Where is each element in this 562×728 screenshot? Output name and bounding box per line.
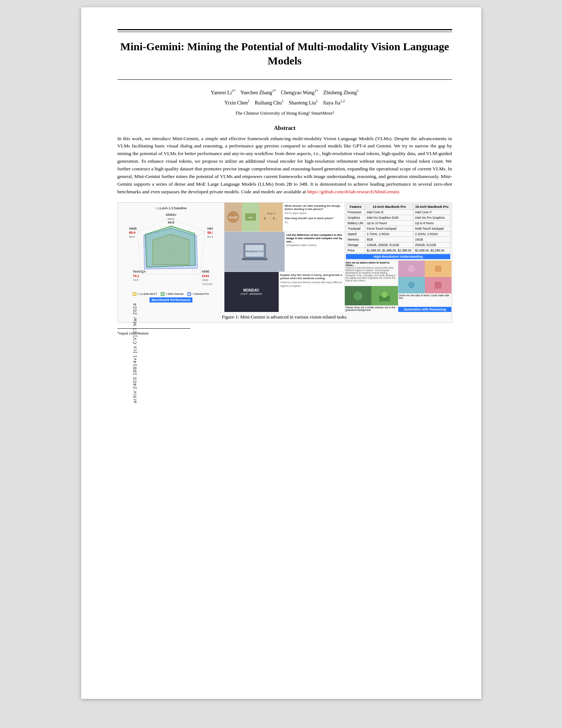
table-row: Graphics Intel Iris Graphics 6100 Intel … <box>346 215 450 220</box>
author-2: Yuechen Zhang1* <box>240 90 276 95</box>
td-battery-label: Battery Life <box>346 220 365 226</box>
artwork-panel: Please show me a similar artwork, but in… <box>345 286 398 312</box>
th-15inch: 15-inch MacBook Pro <box>414 204 450 209</box>
radar-mme-val2: 1933 <box>202 278 208 282</box>
radar-textvqa-val2: 74.5 <box>133 278 139 282</box>
step-img-2: rise <box>242 203 259 232</box>
radar-mmmu-val: 44.9 <box>168 221 174 224</box>
llava-baseline-label: ○ LLaVA-1.5 baseline <box>155 206 187 210</box>
generation-label: Generation with Reasoning <box>398 307 452 312</box>
radar-gemini-polygon <box>144 228 198 269</box>
left-gen-panel: Give me an advice where to travel to Chi… <box>345 261 398 312</box>
td-price-15: $2,688.00, $3,288.00 <box>414 248 450 253</box>
svg-text:5...: 5... <box>273 217 278 220</box>
figure1-main: ○ LLaVA-1.5 baseline <box>118 203 452 312</box>
radar-mmmu-label: MMMU <box>166 213 176 217</box>
svg-point-21 <box>354 292 362 300</box>
craft-images-grid <box>398 261 452 293</box>
travel-panel: Give me an advice where to travel to Chi… <box>345 261 398 286</box>
td-storage-label: Storage <box>346 242 365 248</box>
make-question: Show me one idea of what I could make wi… <box>398 293 452 307</box>
list-diff-answer: (comparison table content) <box>286 244 343 246</box>
td-memory-15: 16GB <box>414 237 450 242</box>
chat-a2: 1h. <box>284 221 343 225</box>
td-graphics-13: Intel Iris Graphics 6100 <box>365 215 414 220</box>
chat-panel-meme: Explain why this meme is funny, and gene… <box>279 272 344 312</box>
artwork-question: Please show me a similar artwork, but in… <box>345 305 398 312</box>
title-rule <box>117 79 452 80</box>
td-trackpad-label: Trackpad <box>346 226 365 231</box>
meme-question: Explain why this meme is funny, and gene… <box>280 273 343 280</box>
top-rule <box>117 29 452 30</box>
svg-text:MacBook Pro: MacBook Pro <box>246 250 264 253</box>
generation-section: Give me an advice where to travel to Chi… <box>345 260 452 312</box>
svg-rect-25 <box>435 266 441 272</box>
travel-answer: China is a vast and diverse country with… <box>346 266 397 285</box>
td-trackpad-13: Force Touch trackpad <box>365 226 414 231</box>
table-section: Feature 13-inch MacBook Pro 15-inch MacB… <box>345 203 452 260</box>
td-battery-13: Up to 10 hours <box>365 220 414 226</box>
svg-point-24 <box>408 265 415 272</box>
th-13inch: 13-inch MacBook Pro <box>365 204 414 209</box>
legend-mini: □ Mini-Gemini <box>161 292 184 296</box>
legend-gemini-box <box>187 292 191 296</box>
chat-panel-baking: What should I do after kneading the doug… <box>283 203 344 232</box>
td-battery-15: Up to 8 hours <box>414 220 450 226</box>
td-processor-15: Intel Core i7 <box>414 209 450 215</box>
td-graphics-15: Intel Iris Pro Graphics <box>414 215 450 220</box>
authors-block: Yanwei Li1* Yuechen Zhang1* Chengyao Wan… <box>117 87 452 108</box>
svg-rect-20 <box>242 258 267 260</box>
author-5: Yixin Chen1 <box>224 100 250 106</box>
macbook-comparison-table: Feature 13-inch MacBook Pro 15-inch MacB… <box>346 204 451 253</box>
svg-text:rise: rise <box>248 216 253 219</box>
radar-textvqa-val1: 74.1 <box>133 274 139 278</box>
svg-text:dough: dough <box>229 215 238 219</box>
macbook-row: MacBook Pro List the difference of two c… <box>224 232 344 272</box>
radar-chart-container: ○ LLaVA-1.5 baseline <box>120 205 222 304</box>
macbook-image: MacBook Pro <box>224 232 284 272</box>
author-4: Zhisheng Zhong1 <box>323 90 359 95</box>
radar-mmb-label: MMB <box>129 227 137 230</box>
svg-rect-27 <box>435 282 442 289</box>
td-storage-15: 256GB, 512GB <box>414 242 450 248</box>
step-row: dough rise Step 3 4 <box>224 203 344 232</box>
td-memory-13: 8GB <box>365 237 414 242</box>
td-speed-13: 2.7GHz, 2.9GHz <box>365 231 414 237</box>
abstract-text: In this work, we introduce Mini-Gemini, … <box>117 135 452 196</box>
table-row: Storage 128GB, 256GB, 512GB 256GB, 512GB <box>346 242 450 248</box>
td-graphics-label: Graphics <box>346 215 365 220</box>
radar-mmmu-test: (test) <box>168 217 175 221</box>
arxiv-label: arXiv:2403.18814v1 [cs.CV] 27 Mar 2024 <box>132 303 137 403</box>
svg-text:4: 4 <box>264 217 266 220</box>
title-section: Mini-Gemini: Mining the Potential of Mul… <box>117 32 452 74</box>
chat-q1: What should I do after kneading the doug… <box>284 204 343 211</box>
gen-label-container: Generation with Reasoning <box>398 307 452 312</box>
chat-q2: How long should I put in warm place? <box>284 217 343 220</box>
footnote: *equal contribution <box>117 331 452 335</box>
craft-img-4 <box>425 277 451 293</box>
radar-mmb-val2: 80.6 <box>129 235 135 238</box>
table-row: Battery Life Up to 10 hours Up to 8 hour… <box>346 220 450 226</box>
radar-mmvet-label: MM-Vet <box>207 227 213 230</box>
th-feature: Feature <box>346 204 365 209</box>
legend-llava: □ LLaVA-NeXT <box>133 292 157 296</box>
abstract-heading: Abstract <box>117 125 452 131</box>
benchmark-performance-label: Benchmark Performance <box>150 297 193 302</box>
legend-llava-box <box>133 292 136 296</box>
step-images: dough rise Step 3 4 <box>224 203 283 232</box>
high-resolution-label: High-Resolution Understanding <box>346 254 451 259</box>
author-7: Shaoteng Liu1 <box>289 100 318 106</box>
table-row: Processor Intel Core i5 Intel Core i7 <box>346 209 450 215</box>
td-processor-label: Processor <box>346 209 365 215</box>
chat-panel-list: List the difference of two computers in … <box>284 232 344 272</box>
github-link[interactable]: https://github.com/dvlab-research/MiniGe… <box>307 189 400 194</box>
legend-gemini-label: □ Gemini Pro <box>192 292 209 296</box>
radar-mmb-val1: 80.6 <box>129 231 136 234</box>
author-8: Jiaya Jia1,2 <box>323 100 345 106</box>
paper-title: Mini-Gemini: Mining the Potential of Mul… <box>117 39 452 68</box>
td-speed-label: Speed <box>346 231 365 237</box>
legend-mini-label: □ Mini-Gemini <box>166 292 184 296</box>
td-price-label: Price <box>346 248 365 253</box>
svg-point-26 <box>408 282 414 288</box>
svg-point-23 <box>382 292 387 298</box>
